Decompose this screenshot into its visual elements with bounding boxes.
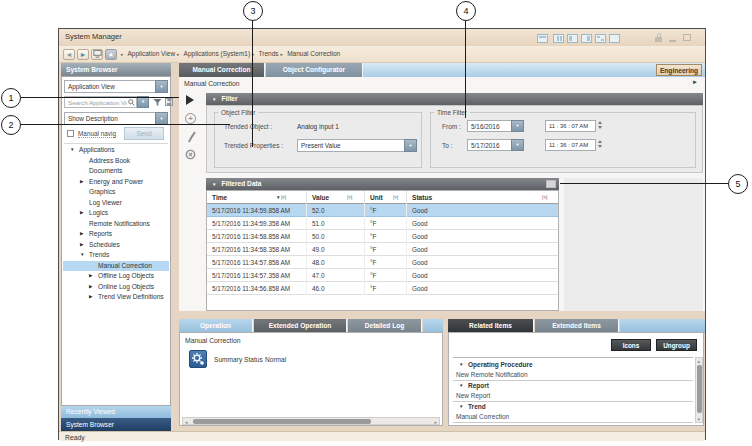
tree-item[interactable]: Offline Log Objects bbox=[63, 271, 169, 282]
tree-item[interactable]: Graphics bbox=[63, 187, 169, 198]
related-item-link[interactable]: New Remote Notification bbox=[453, 370, 693, 380]
back-button[interactable]: ◄ bbox=[63, 49, 75, 60]
table-row[interactable]: 5/17/2016 11:34:58.858 AM 50.0 °F Good bbox=[207, 230, 558, 243]
table-row[interactable]: 5/17/2016 11:34:56.858 AM 46.0 °F Good bbox=[207, 282, 558, 295]
trended-properties-select[interactable]: Present Value bbox=[297, 139, 405, 152]
edit-button[interactable] bbox=[188, 131, 196, 143]
add-button[interactable] bbox=[185, 113, 196, 124]
table-row[interactable]: 5/17/2016 11:34:57.858 AM 48.0 °F Good bbox=[207, 256, 558, 269]
tree-item[interactable]: Logics bbox=[63, 208, 169, 219]
tree-item-label: Documents bbox=[89, 167, 122, 174]
related-item-link[interactable]: New Report bbox=[453, 391, 693, 401]
trended-properties-dropdown-button[interactable] bbox=[404, 139, 417, 152]
display-button[interactable] bbox=[91, 49, 103, 60]
tree-item[interactable]: Trends bbox=[63, 250, 169, 261]
related-item-link[interactable]: Manual Correction bbox=[453, 412, 693, 422]
scrollbar-thumb[interactable] bbox=[697, 365, 702, 413]
title-bar[interactable]: System Manager bbox=[59, 29, 705, 46]
tab-object-configurator[interactable]: Object Configurator bbox=[266, 63, 363, 77]
tree-item[interactable]: Address Book bbox=[63, 156, 169, 167]
scroll-right-icon[interactable]: ▸ bbox=[434, 419, 437, 425]
view-selector-dropdown-button[interactable] bbox=[155, 80, 168, 93]
filter-funnel-icon[interactable] bbox=[153, 98, 162, 107]
from-time-field[interactable]: 11 : 36 : 07 AM bbox=[545, 120, 596, 132]
send-button[interactable]: Send bbox=[124, 127, 164, 140]
scrollbar-thumb[interactable] bbox=[193, 419, 371, 424]
from-date-field[interactable]: 5/16/2016 bbox=[467, 120, 512, 132]
breadcrumb-item[interactable]: Trends bbox=[252, 50, 279, 57]
from-time-spinner[interactable] bbox=[596, 120, 603, 132]
column-header-time[interactable]: Time▾ |▿| bbox=[207, 191, 307, 204]
tree-item[interactable]: Energy and Power bbox=[63, 177, 169, 188]
vertical-scrollbar[interactable]: ▴ ▾ bbox=[695, 357, 703, 423]
tree-item[interactable]: Documents bbox=[63, 166, 169, 177]
forward-button[interactable]: ► bbox=[77, 49, 89, 60]
layout-side-pane-icon[interactable] bbox=[581, 34, 592, 43]
recently-viewed-tab[interactable]: Recently Viewed bbox=[61, 406, 171, 418]
apply-button[interactable] bbox=[186, 95, 194, 105]
layout-columns-icon[interactable] bbox=[553, 34, 564, 43]
panel-options-button[interactable] bbox=[546, 180, 556, 188]
favorites-button[interactable]: ★ bbox=[105, 49, 117, 60]
minimize-icon[interactable] bbox=[669, 40, 676, 42]
tree-item-label: Online Log Objects bbox=[98, 283, 154, 290]
search-icon bbox=[128, 99, 135, 106]
to-date-field[interactable]: 5/17/2016 bbox=[467, 139, 512, 151]
layout-two-pane-icon[interactable] bbox=[567, 34, 578, 43]
tab-operation[interactable]: Operation bbox=[179, 319, 253, 333]
tab-bar-filler bbox=[423, 319, 443, 333]
horizontal-scrollbar[interactable]: ◂ ▸ bbox=[182, 417, 440, 425]
operation-settings-icon[interactable] bbox=[189, 350, 207, 368]
filtered-data-section-header[interactable]: Filtered Data bbox=[206, 178, 559, 190]
window-title: System Manager bbox=[65, 32, 122, 41]
filter-section-header[interactable]: Filter bbox=[206, 93, 703, 105]
breadcrumb-item[interactable]: Applications (System1) bbox=[177, 50, 250, 57]
layout-single-pane-icon[interactable] bbox=[609, 34, 620, 43]
tab-related-items[interactable]: Related Items bbox=[448, 319, 534, 333]
tree-item[interactable]: Remote Notifications bbox=[63, 219, 169, 230]
callout-line-4 bbox=[465, 21, 466, 118]
column-header-status[interactable]: Status|▿| bbox=[407, 191, 560, 204]
maximize-icon[interactable] bbox=[683, 34, 691, 41]
table-row[interactable]: 5/17/2016 11:34:57.358 AM 47.0 °F Good bbox=[207, 269, 558, 282]
scroll-left-icon[interactable]: ◂ bbox=[185, 419, 188, 425]
cancel-button[interactable] bbox=[185, 149, 196, 160]
layout-four-pane-icon[interactable] bbox=[595, 34, 606, 43]
cell-time: 5/17/2016 11:34:58.858 AM bbox=[207, 230, 307, 243]
dock-top-icon[interactable] bbox=[537, 34, 548, 43]
table-row[interactable]: 5/17/2016 11:34:59.358 AM 51.0 °F Good bbox=[207, 217, 558, 230]
scroll-down-icon[interactable]: ▾ bbox=[698, 416, 701, 422]
tab-bar-filler bbox=[620, 319, 705, 333]
tree-item[interactable]: Schedules bbox=[63, 240, 169, 251]
table-row[interactable]: 5/17/2016 11:34:59.858 AM 52.0 °F Good bbox=[207, 204, 558, 217]
table-row[interactable]: 5/17/2016 11:34:58.358 AM 49.0 °F Good bbox=[207, 243, 558, 256]
engineering-mode-button[interactable]: Engineering bbox=[656, 64, 702, 76]
column-header-unit[interactable]: Unit|▿| bbox=[365, 191, 407, 204]
from-date-dropdown-button[interactable] bbox=[511, 120, 524, 132]
tree-item[interactable]: Manual Correction bbox=[63, 261, 169, 272]
tree-item[interactable]: Applications bbox=[63, 145, 169, 156]
to-date-dropdown-button[interactable] bbox=[511, 139, 524, 151]
manual-navigation-checkbox[interactable] bbox=[67, 130, 74, 137]
callout-4: 4 bbox=[456, 1, 476, 21]
view-selector[interactable]: Application View bbox=[64, 80, 156, 93]
tab-detailed-log[interactable]: Detailed Log bbox=[348, 319, 422, 333]
system-browser-tab[interactable]: System Browser bbox=[61, 418, 171, 431]
save-search-icon[interactable] bbox=[165, 98, 173, 106]
expand-right-icon[interactable]: ► bbox=[692, 79, 698, 85]
scroll-up-icon[interactable]: ▴ bbox=[698, 358, 701, 364]
cell-value: 50.0 bbox=[307, 230, 365, 243]
tree-item[interactable]: Reports bbox=[63, 229, 169, 240]
to-time-spinner[interactable] bbox=[596, 139, 603, 151]
ungroup-button[interactable]: Ungroup bbox=[656, 339, 697, 351]
column-header-value[interactable]: Value|▿| bbox=[307, 191, 365, 204]
to-time-field[interactable]: 11 : 36 : 07 AM bbox=[545, 139, 596, 151]
icons-button[interactable]: Icons bbox=[611, 339, 651, 351]
tab-extended-items[interactable]: Extended Items bbox=[535, 319, 619, 333]
tab-extended-operation[interactable]: Extended Operation bbox=[254, 319, 347, 333]
tree-item[interactable]: Log Viewer bbox=[63, 198, 169, 209]
breadcrumb-item[interactable]: Manual Correction bbox=[281, 50, 341, 57]
tree-item[interactable]: Online Log Objects bbox=[63, 282, 169, 293]
breadcrumb-item[interactable]: Application View bbox=[121, 50, 175, 57]
tree-item[interactable]: Trend View Definitions bbox=[63, 292, 169, 303]
